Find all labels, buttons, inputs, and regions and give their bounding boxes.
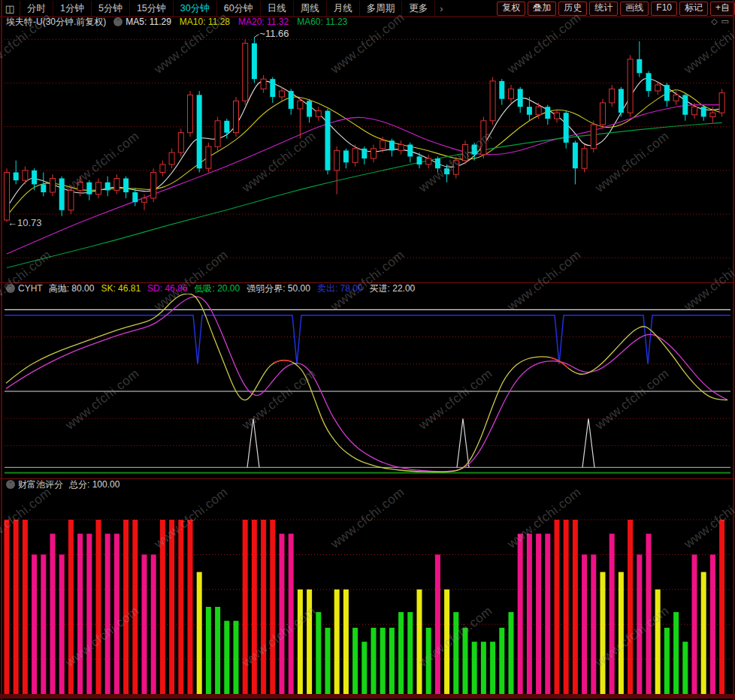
- candle-up: [316, 111, 321, 117]
- candle-up: [142, 198, 147, 202]
- candle-down: [105, 183, 110, 191]
- score-bar: [261, 520, 266, 694]
- candle-down: [59, 179, 65, 210]
- candle-down: [518, 89, 523, 107]
- window-border-left: [1, 0, 2, 700]
- candle-down: [270, 79, 275, 97]
- score-bar: [280, 534, 285, 694]
- score-bar: [160, 520, 165, 694]
- candle-up: [609, 89, 615, 102]
- score-bar: [41, 554, 46, 694]
- candle-up: [188, 95, 193, 132]
- candle-down: [32, 170, 37, 185]
- candle-up: [481, 121, 486, 155]
- sell-signal-mark: [274, 361, 292, 363]
- button-统计[interactable]: 统计: [589, 2, 618, 16]
- button-画线[interactable]: 画线: [620, 2, 649, 16]
- candle-up: [114, 179, 119, 191]
- candle-down: [564, 113, 569, 143]
- more-arrow-icon[interactable]: ›: [435, 3, 447, 14]
- button-F10[interactable]: F10: [651, 2, 677, 16]
- chevron-down-icon[interactable]: ˇ: [6, 284, 15, 293]
- candle-down: [545, 107, 550, 119]
- cyht-indicator-chart[interactable]: [0, 293, 735, 478]
- main-candlestick-chart[interactable]: ~11.66←10.73: [0, 27, 735, 282]
- candle-up: [243, 44, 248, 101]
- button-复权[interactable]: 复权: [497, 2, 525, 16]
- button-标记[interactable]: 标记: [679, 2, 708, 16]
- candle-up: [169, 152, 174, 164]
- score-name: 财富池评分: [18, 478, 63, 491]
- score-bar: [169, 520, 174, 694]
- score-bar: [151, 554, 156, 694]
- score-bar: [114, 534, 119, 694]
- candle-down: [527, 107, 532, 115]
- score-bar: [555, 520, 560, 694]
- candle-up: [673, 95, 679, 101]
- candle-up: [628, 59, 633, 113]
- score-bar: [224, 621, 229, 694]
- indicator-item-2: SD: 46.86: [147, 283, 187, 294]
- instrument-title: 埃夫特-U(30分钟.前复权): [6, 16, 106, 29]
- candle-up: [261, 79, 266, 89]
- chevron-down-icon[interactable]: ˇ: [6, 480, 15, 489]
- score-bar: [444, 590, 449, 694]
- tab-5分钟[interactable]: 5分钟: [92, 1, 130, 17]
- candle-down: [132, 192, 138, 202]
- chevron-down-icon[interactable]: ˇ: [113, 17, 122, 26]
- ma-labels: MA5: 11.29MA10: 11.28MA20: 11.32MA60: 11…: [126, 17, 355, 27]
- ma-label-1: MA10: 11.28: [180, 17, 230, 27]
- diamond-icon: ◇: [711, 17, 721, 26]
- score-bar: [96, 520, 101, 694]
- ma-label-3: MA60: 11.23: [297, 17, 347, 27]
- candle-down: [389, 140, 395, 150]
- candle-down: [682, 95, 688, 114]
- button-叠加[interactable]: 叠加: [528, 2, 556, 16]
- candle-down: [619, 89, 624, 113]
- score-bar: [481, 641, 486, 694]
- score-bar: [197, 572, 202, 694]
- tab-60分钟[interactable]: 60分钟: [217, 1, 261, 17]
- score-bar: [518, 534, 523, 694]
- indicator-item-0: 高抛: 80.00: [49, 283, 95, 294]
- candle-down: [86, 183, 92, 195]
- ma-label-0: MA5: 11.29: [126, 17, 171, 27]
- indicator-values: 高抛: 80.00SK: 46.81SD: 46.86低吸: 20.00强弱分界…: [49, 282, 422, 295]
- score-bar: [407, 612, 413, 694]
- score-bar: [23, 520, 28, 694]
- candle-up: [463, 145, 468, 161]
- tab-多周期[interactable]: 多周期: [360, 1, 403, 17]
- button-+自[interactable]: +自: [710, 2, 735, 16]
- ma-line-MA60: [7, 122, 722, 267]
- window-border-bottom: [0, 694, 735, 698]
- tab-分时[interactable]: 分时: [20, 1, 53, 17]
- candle-down: [224, 121, 229, 133]
- tab-周线[interactable]: 周线: [294, 1, 327, 17]
- tab-更多[interactable]: 更多: [402, 1, 435, 17]
- candle-down: [407, 145, 413, 157]
- candle-down: [41, 184, 46, 192]
- score-bar: [289, 534, 294, 694]
- score-bar: [252, 520, 257, 694]
- candle-up: [5, 173, 10, 221]
- tab-30分钟[interactable]: 30分钟: [174, 1, 217, 17]
- score-bar: [234, 621, 239, 694]
- candle-down: [325, 111, 331, 170]
- button-历史[interactable]: 历史: [558, 2, 587, 16]
- score-bar: [655, 590, 661, 694]
- score-bar-chart[interactable]: [0, 490, 735, 694]
- window-icon[interactable]: ◫: [0, 1, 20, 17]
- score-bar: [270, 520, 275, 694]
- score-bar: [509, 612, 514, 694]
- candle-up: [655, 85, 661, 91]
- tab-1分钟[interactable]: 1分钟: [53, 1, 92, 17]
- score-bar: [105, 534, 110, 694]
- candle-down: [444, 168, 449, 174]
- indicator-item-5: 卖出: 78.00: [317, 283, 363, 294]
- sd-curve: [6, 297, 727, 472]
- tab-月线[interactable]: 月线: [327, 1, 360, 17]
- score-bar: [701, 572, 706, 694]
- tab-日线[interactable]: 日线: [261, 1, 294, 17]
- tab-15分钟[interactable]: 15分钟: [130, 1, 174, 17]
- candle-up: [380, 140, 386, 149]
